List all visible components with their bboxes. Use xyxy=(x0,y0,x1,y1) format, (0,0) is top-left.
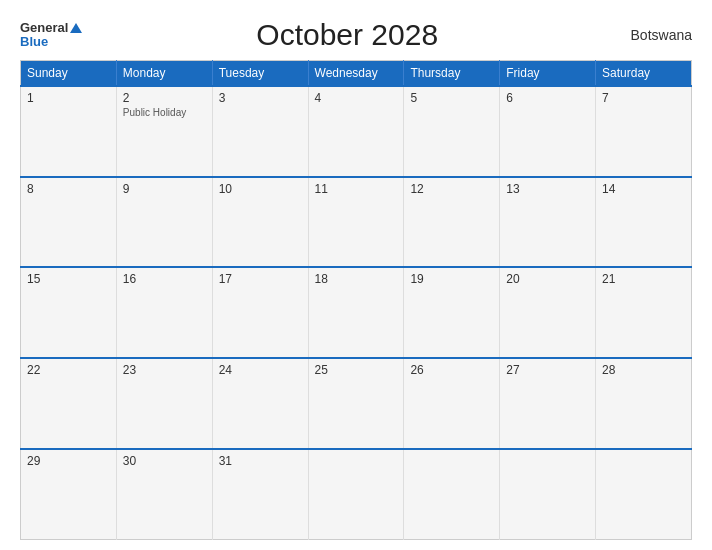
calendar-cell: 16 xyxy=(116,267,212,358)
calendar-cell xyxy=(596,449,692,540)
calendar-cell xyxy=(308,449,404,540)
day-number: 2 xyxy=(123,91,206,105)
calendar-cell: 4 xyxy=(308,86,404,177)
weekday-row: Sunday Monday Tuesday Wednesday Thursday… xyxy=(21,61,692,87)
calendar-cell: 13 xyxy=(500,177,596,268)
day-number: 30 xyxy=(123,454,206,468)
day-number: 4 xyxy=(315,91,398,105)
calendar-table: Sunday Monday Tuesday Wednesday Thursday… xyxy=(20,60,692,540)
logo: General Blue xyxy=(20,21,82,50)
calendar-cell: 5 xyxy=(404,86,500,177)
calendar-cell: 18 xyxy=(308,267,404,358)
weekday-wednesday: Wednesday xyxy=(308,61,404,87)
day-number: 8 xyxy=(27,182,110,196)
calendar-cell: 31 xyxy=(212,449,308,540)
logo-triangle-icon xyxy=(70,23,82,33)
day-number: 7 xyxy=(602,91,685,105)
day-number: 13 xyxy=(506,182,589,196)
day-number: 10 xyxy=(219,182,302,196)
day-number: 17 xyxy=(219,272,302,286)
calendar-cell: 23 xyxy=(116,358,212,449)
day-number: 18 xyxy=(315,272,398,286)
calendar-cell: 20 xyxy=(500,267,596,358)
calendar-body: 12Public Holiday345678910111213141516171… xyxy=(21,86,692,540)
logo-blue: Blue xyxy=(20,35,82,49)
day-number: 3 xyxy=(219,91,302,105)
calendar-cell: 3 xyxy=(212,86,308,177)
day-number: 12 xyxy=(410,182,493,196)
day-number: 1 xyxy=(27,91,110,105)
calendar-cell: 15 xyxy=(21,267,117,358)
day-number: 21 xyxy=(602,272,685,286)
calendar-cell: 2Public Holiday xyxy=(116,86,212,177)
day-number: 27 xyxy=(506,363,589,377)
country-label: Botswana xyxy=(612,27,692,43)
calendar-cell: 22 xyxy=(21,358,117,449)
calendar-cell xyxy=(404,449,500,540)
weekday-saturday: Saturday xyxy=(596,61,692,87)
calendar-week-row: 293031 xyxy=(21,449,692,540)
calendar-cell: 29 xyxy=(21,449,117,540)
day-number: 29 xyxy=(27,454,110,468)
calendar-cell: 7 xyxy=(596,86,692,177)
calendar-title: October 2028 xyxy=(82,18,612,52)
calendar-cell: 11 xyxy=(308,177,404,268)
calendar-cell: 6 xyxy=(500,86,596,177)
calendar-cell: 21 xyxy=(596,267,692,358)
calendar-cell: 27 xyxy=(500,358,596,449)
weekday-tuesday: Tuesday xyxy=(212,61,308,87)
calendar-header: Sunday Monday Tuesday Wednesday Thursday… xyxy=(21,61,692,87)
calendar-cell: 8 xyxy=(21,177,117,268)
calendar-cell: 1 xyxy=(21,86,117,177)
weekday-friday: Friday xyxy=(500,61,596,87)
page: General Blue October 2028 Botswana Sunda… xyxy=(0,0,712,550)
day-number: 20 xyxy=(506,272,589,286)
calendar-cell: 14 xyxy=(596,177,692,268)
day-number: 19 xyxy=(410,272,493,286)
logo-general: General xyxy=(20,21,82,35)
calendar-week-row: 22232425262728 xyxy=(21,358,692,449)
calendar-cell: 25 xyxy=(308,358,404,449)
weekday-thursday: Thursday xyxy=(404,61,500,87)
day-number: 31 xyxy=(219,454,302,468)
calendar-cell: 17 xyxy=(212,267,308,358)
calendar-cell: 19 xyxy=(404,267,500,358)
day-number: 9 xyxy=(123,182,206,196)
calendar-cell xyxy=(500,449,596,540)
calendar-cell: 9 xyxy=(116,177,212,268)
day-number: 23 xyxy=(123,363,206,377)
day-number: 5 xyxy=(410,91,493,105)
day-number: 15 xyxy=(27,272,110,286)
calendar-week-row: 891011121314 xyxy=(21,177,692,268)
calendar-cell: 30 xyxy=(116,449,212,540)
weekday-sunday: Sunday xyxy=(21,61,117,87)
calendar-cell: 10 xyxy=(212,177,308,268)
day-number: 14 xyxy=(602,182,685,196)
day-number: 25 xyxy=(315,363,398,377)
day-number: 11 xyxy=(315,182,398,196)
day-number: 6 xyxy=(506,91,589,105)
weekday-monday: Monday xyxy=(116,61,212,87)
calendar-week-row: 15161718192021 xyxy=(21,267,692,358)
day-number: 28 xyxy=(602,363,685,377)
day-number: 26 xyxy=(410,363,493,377)
header: General Blue October 2028 Botswana xyxy=(20,18,692,52)
day-number: 24 xyxy=(219,363,302,377)
calendar-cell: 12 xyxy=(404,177,500,268)
calendar-cell: 24 xyxy=(212,358,308,449)
calendar-week-row: 12Public Holiday34567 xyxy=(21,86,692,177)
calendar-cell: 28 xyxy=(596,358,692,449)
holiday-label: Public Holiday xyxy=(123,107,206,118)
calendar-cell: 26 xyxy=(404,358,500,449)
day-number: 16 xyxy=(123,272,206,286)
day-number: 22 xyxy=(27,363,110,377)
